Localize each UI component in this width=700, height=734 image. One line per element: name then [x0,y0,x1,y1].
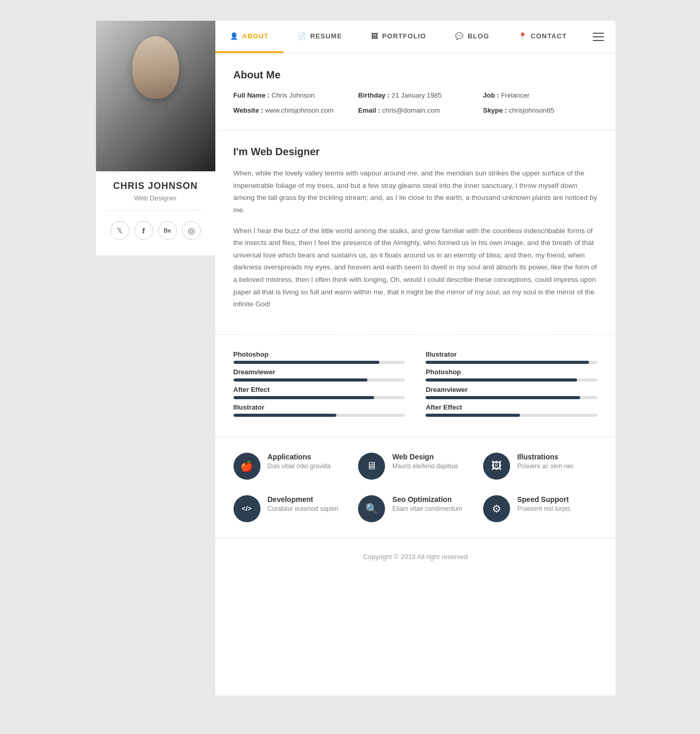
service-speedsupport: ⚙ Speed Support Praesent nisl turpis [483,495,598,522]
applications-icon: 🍎 [234,453,260,480]
person-icon: 👤 [230,32,239,40]
about-job: Job : Frelancer [483,91,598,99]
skill-bar-bg [234,378,405,382]
service-applications: 🍎 Applications Duis vitae odio gravida [234,453,348,480]
service-speedsupport-text: Speed Support Praesent nisl turpis [517,495,570,512]
skill-bar-fill [426,396,580,399]
about-birthday: Birthday : 21 January 1985 [358,91,473,99]
nav-contact[interactable]: 📍 CONTACT [504,21,582,53]
hamburger-icon [593,33,604,41]
service-webdesign: 🖥 Web Design Mauris eleifend dapibus [358,453,473,480]
bio-paragraph-2: When I hear the buzz of the little world… [234,225,598,310]
skill-bar-fill [234,378,367,382]
skill-bar-bg [426,361,597,364]
sidebar-title: Web Designer [134,194,176,202]
skill-bar-bg [426,396,597,399]
service-development: </> Development Curabitur euismod sapien [234,495,348,522]
about-section: About Me Full Name : Chris Johnson Birth… [215,53,616,130]
seo-icon: 🔍 [358,495,385,522]
page-wrapper: CHRIS JOHNSON Web Designer 𝕏 f Be ◎ 👤 AB… [96,21,605,696]
skill-bar-bg [234,414,405,417]
behance-button[interactable]: Be [158,221,177,240]
webdesign-icon: 🖥 [358,453,385,480]
about-website: Website : www.chrisjohnson.com [234,106,348,114]
skill-dreamviewer-right: Dreamviewer [426,386,597,399]
skill-bar-fill [426,414,520,417]
services-grid: 🍎 Applications Duis vitae odio gravida 🖥… [234,453,598,522]
skill-photoshop-left: Photoshop [234,350,405,364]
nav-about[interactable]: 👤 ABOUT [215,21,283,53]
sidebar: CHRIS JOHNSON Web Designer 𝕏 f Be ◎ [96,21,215,255]
skill-illustrator-left: Illustrator [234,403,405,417]
skill-bar-fill [234,396,374,399]
skills-section: Photoshop Dreamviewer After Effect [215,335,616,437]
service-webdesign-text: Web Design Mauris eleifend dapibus [392,453,458,470]
skills-right: Illustrator Photoshop Dreamviewer [426,350,597,421]
hamburger-button[interactable] [581,21,615,53]
about-fullname: Full Name : Chris Johnson [234,91,348,99]
dribbble-button[interactable]: ◎ [182,221,201,240]
nav-resume[interactable]: 📄 RESUME [283,21,357,53]
portfolio-icon: 🖼 [371,32,378,40]
skill-bar-bg [234,396,405,399]
facebook-button[interactable]: f [134,221,153,240]
nav-portfolio[interactable]: 🖼 PORTFOLIO [356,21,441,53]
contact-icon: 📍 [518,32,527,40]
skill-photoshop-right: Photoshop [426,368,597,382]
service-development-text: Development Curabitur euismod sapien [268,495,339,512]
nav-bar: 👤 ABOUT 📄 RESUME 🖼 PORTFOLIO 💬 BLOG 📍 CO… [215,21,616,53]
speedsupport-icon: ⚙ [483,495,510,522]
bio-title: I'm Web Designer [234,146,598,158]
about-email: Email : chris@domain.com [358,106,473,114]
twitter-button[interactable]: 𝕏 [111,221,129,240]
sidebar-divider [108,210,203,211]
blog-icon: 💬 [455,32,464,40]
service-seo: 🔍 Seo Optimization Etiam vitae condiment… [358,495,473,522]
sidebar-social: 𝕏 f Be ◎ [111,221,201,240]
nav-blog[interactable]: 💬 BLOG [441,21,504,53]
profile-photo [96,21,215,171]
about-skype: Skype : chrisjohnson85 [483,106,598,114]
skill-bar-bg [426,414,597,417]
services-section: 🍎 Applications Duis vitae odio gravida 🖥… [215,437,616,538]
skill-bar-bg [426,378,597,382]
service-seo-text: Seo Optimization Etiam vitae condimentum [392,495,462,512]
skill-bar-fill [426,378,577,382]
photo-placeholder [96,21,215,171]
skills-grid: Photoshop Dreamviewer After Effect [234,350,598,421]
footer: Copyright © 2018 All right reserved [215,538,616,575]
skill-bar-bg [234,361,405,364]
skill-bar-fill [234,414,337,417]
sidebar-name: CHRIS JOHNSON [113,181,198,192]
skills-left: Photoshop Dreamviewer After Effect [234,350,405,421]
bio-paragraph-1: When, while the lovely valley teems with… [234,167,598,216]
footer-text: Copyright © 2018 All right reserved [363,553,468,561]
service-applications-text: Applications Duis vitae odio gravida [268,453,331,470]
bio-section: I'm Web Designer When, while the lovely … [215,130,616,335]
skill-aftereffect-right: After Effect [426,403,597,417]
skill-bar-fill [234,361,379,364]
development-icon: </> [234,495,260,522]
skill-illustrator-right: Illustrator [426,350,597,364]
illustrations-icon: 🖼 [483,453,510,480]
service-illustrations-text: Illustrations Posuere ac sem nec [517,453,574,470]
skill-bar-fill [426,361,588,364]
skill-dreamviewer-left: Dreamviewer [234,368,405,382]
about-title: About Me [234,69,598,81]
skill-aftereffect-left: After Effect [234,386,405,399]
about-grid: Full Name : Chris Johnson Birthday : 21 … [234,91,598,114]
service-illustrations: 🖼 Illustrations Posuere ac sem nec [483,453,598,480]
resume-icon: 📄 [298,32,307,40]
main-content: 👤 ABOUT 📄 RESUME 🖼 PORTFOLIO 💬 BLOG 📍 CO… [215,21,616,696]
